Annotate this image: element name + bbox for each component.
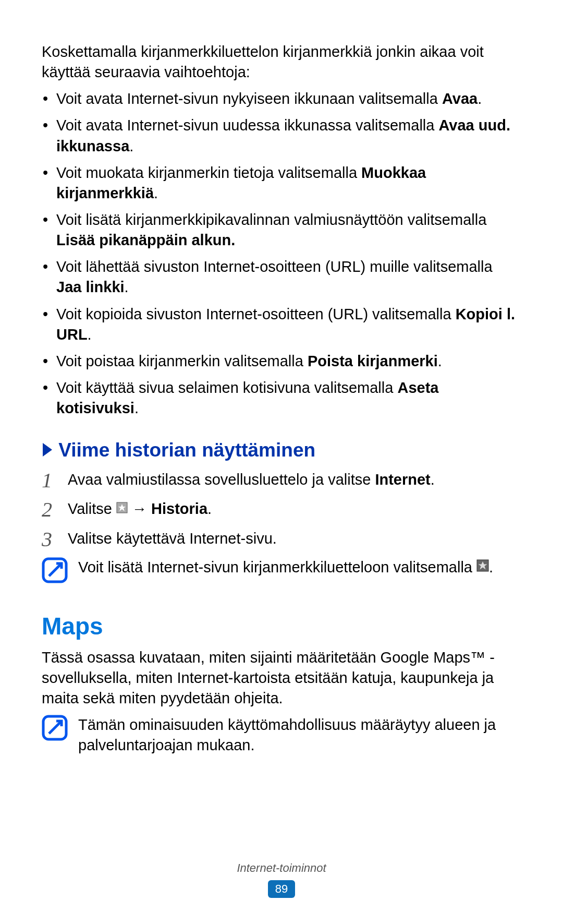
svg-line-8 <box>49 722 60 734</box>
footer-section-label: Internet-toiminnot <box>0 861 563 875</box>
list-item: Voit muokata kirjanmerkin tietoja valits… <box>42 163 521 203</box>
bookmark-icon <box>116 498 128 519</box>
text: Voit avata Internet-sivun nykyiseen ikku… <box>56 90 442 107</box>
chevron-right-icon <box>42 440 53 462</box>
intro-paragraph: Koskettamalla kirjanmerkkiluettelon kirj… <box>42 42 521 82</box>
page-footer: Internet-toiminnot 89 <box>0 861 563 898</box>
maps-paragraph: Tässä osassa kuvataan, miten sijainti mä… <box>42 647 521 709</box>
list-item: Voit avata Internet-sivun nykyiseen ikku… <box>42 89 521 109</box>
list-item: Voit lisätä kirjanmerkkipikavalinnan val… <box>42 210 521 250</box>
text: Voit käyttää sivua selaimen kotisivuna v… <box>56 379 397 396</box>
bold: Jaa linkki <box>56 279 125 295</box>
text: . <box>129 138 133 154</box>
text: Valitse käytettävä Internet-sivu. <box>68 530 277 547</box>
subheading-viime-historia: Viime historian näyttäminen <box>42 439 521 462</box>
svg-line-4 <box>49 565 60 576</box>
text: Voit lisätä kirjanmerkkipikavalinnan val… <box>56 211 486 228</box>
text: Voit avata Internet-sivun uudessa ikkuna… <box>56 117 438 134</box>
text: Avaa valmiustilassa sovellusluettelo ja … <box>68 471 375 488</box>
text: Voit poistaa kirjanmerkin valitsemalla <box>56 353 308 369</box>
list-item: Voit lähettää sivuston Internet-osoittee… <box>42 257 521 297</box>
bold: Poista kirjanmerki <box>308 353 438 369</box>
text: . <box>134 400 139 416</box>
note-text: Voit lisätä Internet-sivun kirjanmerkkil… <box>78 557 521 579</box>
star-icon <box>476 557 489 577</box>
bold: Internet <box>375 471 430 488</box>
text: . <box>489 559 493 575</box>
bold: Historia <box>151 500 207 517</box>
text: . <box>207 500 212 517</box>
text: Valitse <box>68 500 116 517</box>
bold: Avaa <box>442 90 478 107</box>
note-text: Tämän ominaisuuden käyttömahdollisuus mä… <box>78 715 521 755</box>
note-box: Tämän ominaisuuden käyttömahdollisuus mä… <box>42 715 521 755</box>
text: . <box>438 353 442 369</box>
text: . <box>88 326 92 343</box>
text: . <box>154 185 158 201</box>
bold: Lisää pikanäppäin alkun. <box>56 232 235 248</box>
text: . <box>478 90 482 107</box>
arrow: → <box>132 500 151 517</box>
text: Voit lisätä Internet-sivun kirjanmerkkil… <box>78 559 476 575</box>
note-box: Voit lisätä Internet-sivun kirjanmerkkil… <box>42 557 521 583</box>
steps-list: Avaa valmiustilassa sovellusluettelo ja … <box>42 470 521 548</box>
list-item: Voit avata Internet-sivun uudessa ikkuna… <box>42 115 521 156</box>
text: . <box>125 279 129 295</box>
text: Voit lähettää sivuston Internet-osoittee… <box>56 258 493 275</box>
svg-marker-0 <box>43 443 52 457</box>
list-item: Voit kopioida sivuston Internet-osoittee… <box>42 304 521 345</box>
list-item: Voit käyttää sivua selaimen kotisivuna v… <box>42 378 521 418</box>
subheading-text: Viime historian näyttäminen <box>58 439 315 461</box>
text: . <box>431 471 435 488</box>
page-number-badge: 89 <box>268 880 295 898</box>
note-icon <box>42 557 68 583</box>
heading-maps: Maps <box>42 612 521 640</box>
options-list: Voit avata Internet-sivun nykyiseen ikku… <box>42 89 521 418</box>
text: Voit kopioida sivuston Internet-osoittee… <box>56 306 456 322</box>
step-3: Valitse käytettävä Internet-sivu. <box>42 529 521 549</box>
step-2: Valitse → Historia. <box>42 499 521 520</box>
note-icon <box>42 715 68 741</box>
step-1: Avaa valmiustilassa sovellusluettelo ja … <box>42 470 521 490</box>
text: Voit muokata kirjanmerkin tietoja valits… <box>56 164 361 181</box>
list-item: Voit poistaa kirjanmerkin valitsemalla P… <box>42 351 521 371</box>
